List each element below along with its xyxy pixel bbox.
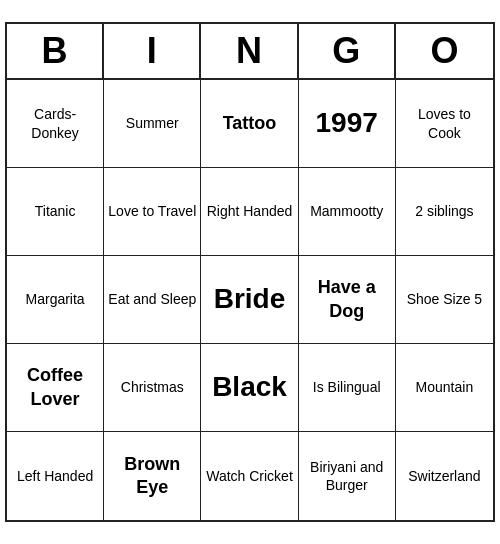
bingo-cell: Right Handed [201,168,298,256]
bingo-cell-text: Mammootty [310,202,383,220]
bingo-cell-text: Love to Travel [108,202,196,220]
bingo-header-letter: I [104,24,201,78]
bingo-cell: Tattoo [201,80,298,168]
bingo-header-letter: B [7,24,104,78]
bingo-cell-text: 1997 [316,105,378,141]
bingo-cell: Have a Dog [299,256,396,344]
bingo-cell: Brown Eye [104,432,201,520]
bingo-cell-text: Cards-Donkey [11,105,99,141]
bingo-cell: Love to Travel [104,168,201,256]
bingo-cell-text: Eat and Sleep [108,290,196,308]
bingo-cell-text: Shoe Size 5 [407,290,483,308]
bingo-cell-text: Christmas [121,378,184,396]
bingo-cell-text: Switzerland [408,467,480,485]
bingo-cell: Titanic [7,168,104,256]
bingo-cell: Christmas [104,344,201,432]
bingo-cell-text: Margarita [26,290,85,308]
bingo-cell: Loves to Cook [396,80,493,168]
bingo-cell: Mountain [396,344,493,432]
bingo-cell: Bride [201,256,298,344]
bingo-cell-text: Bride [214,281,286,317]
bingo-cell: Left Handed [7,432,104,520]
bingo-cell: Shoe Size 5 [396,256,493,344]
bingo-cell-text: Black [212,369,287,405]
bingo-header-letter: N [201,24,298,78]
bingo-cell: 1997 [299,80,396,168]
bingo-cell: Watch Cricket [201,432,298,520]
bingo-cell: Coffee Lover [7,344,104,432]
bingo-cell: 2 siblings [396,168,493,256]
bingo-cell-text: Right Handed [207,202,293,220]
bingo-cell-text: Have a Dog [303,276,391,323]
bingo-cell: Mammootty [299,168,396,256]
bingo-cell: Summer [104,80,201,168]
bingo-cell-text: Titanic [35,202,76,220]
bingo-cell-text: Left Handed [17,467,93,485]
bingo-cell-text: Summer [126,114,179,132]
bingo-cell-text: Loves to Cook [400,105,489,141]
bingo-cell: Is Bilingual [299,344,396,432]
bingo-cell: Black [201,344,298,432]
bingo-cell: Cards-Donkey [7,80,104,168]
bingo-cell-text: Tattoo [223,112,277,135]
bingo-header: BINGO [7,24,493,80]
bingo-cell-text: Is Bilingual [313,378,381,396]
bingo-card: BINGO Cards-DonkeySummerTattoo1997Loves … [5,22,495,522]
bingo-cell-text: Mountain [416,378,474,396]
bingo-cell-text: Brown Eye [108,453,196,500]
bingo-cell-text: Coffee Lover [11,364,99,411]
bingo-cell: Margarita [7,256,104,344]
bingo-cell: Eat and Sleep [104,256,201,344]
bingo-grid: Cards-DonkeySummerTattoo1997Loves to Coo… [7,80,493,520]
bingo-cell: Switzerland [396,432,493,520]
bingo-header-letter: G [299,24,396,78]
bingo-cell-text: 2 siblings [415,202,473,220]
bingo-cell-text: Biriyani and Burger [303,458,391,494]
bingo-header-letter: O [396,24,493,78]
bingo-cell-text: Watch Cricket [206,467,293,485]
bingo-cell: Biriyani and Burger [299,432,396,520]
